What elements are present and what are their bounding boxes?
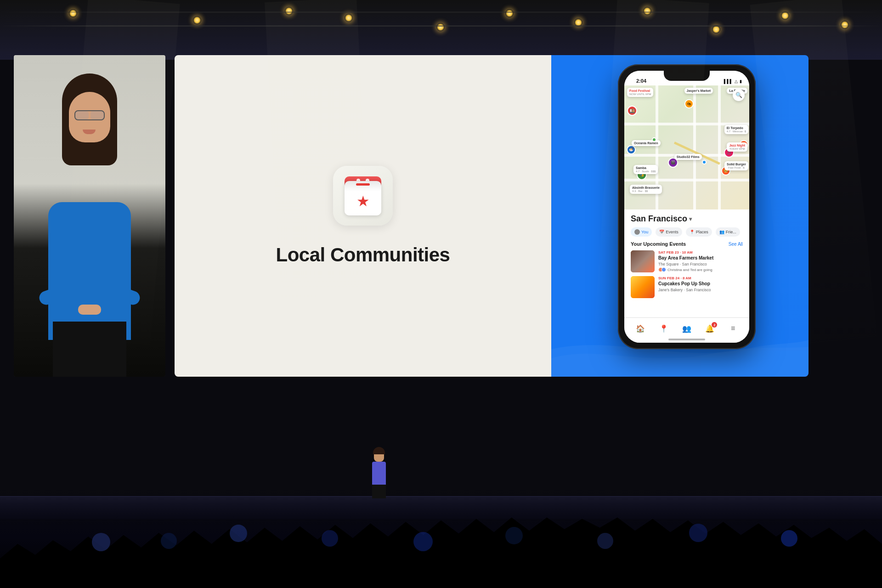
audience-area	[0, 487, 882, 588]
map-pin-el-torpedo: El Torpedo4.7 · Mexican ·$	[724, 125, 748, 134]
screen-title: Local Communities	[276, 244, 450, 266]
phone-map: Food FestivalNOW UNTIL 9PM 🍱 Jasper's Ma…	[624, 85, 749, 209]
speaker-mouth	[83, 130, 96, 134]
event-friends-farmers-market: Christina and Ted are going	[658, 267, 743, 272]
speaker-legs-small	[372, 485, 386, 498]
samba-label: Samba4.7 · Sushi · $$$	[633, 165, 658, 174]
tab-places[interactable]: 📍 Places	[686, 227, 712, 237]
spot-light	[345, 14, 353, 22]
friends-avatars	[658, 267, 666, 272]
calendar-star-icon: ★	[356, 192, 370, 210]
tab-places-label: Places	[696, 230, 708, 234]
audience-head	[230, 525, 247, 542]
tab-you-label: You	[641, 230, 648, 234]
tab-friends[interactable]: 👥 Frie...	[716, 227, 740, 237]
glasses-lens-right	[90, 111, 104, 119]
event-info-cupcakes: SUN FEB 24 · 8 AM Cupcakes Pop Up Shop J…	[658, 276, 743, 293]
places-tab-icon: 📍	[690, 230, 695, 234]
map-background: Food FestivalNOW UNTIL 9PM 🍱 Jasper's Ma…	[624, 85, 749, 209]
audience-head	[689, 524, 707, 542]
bottom-nav-local[interactable]: 📍	[658, 323, 669, 334]
phone-time: 2:04	[632, 78, 646, 84]
bottom-nav-menu[interactable]: ≡	[728, 323, 739, 334]
event-card-farmers-market[interactable]: SAT FEB 23 · 10 AM Bay Area Farmers Mark…	[631, 250, 743, 272]
speaker-body-small	[372, 450, 386, 498]
map-pin-jaspers-market: Jasper's Market	[684, 88, 713, 94]
event-image-cupcakes	[631, 276, 655, 298]
bottom-nav-groups[interactable]: 👥	[681, 323, 692, 334]
phone-notch	[664, 71, 710, 81]
oceania-pin-circle: 🍜	[627, 145, 636, 154]
signal-icon: ▌▌▌	[724, 79, 733, 84]
notification-badge: 2	[712, 322, 717, 328]
spot-light	[69, 9, 77, 17]
event-image-farmers-market	[631, 250, 655, 272]
map-road	[718, 85, 721, 209]
upcoming-events-header: Your Upcoming Events See All	[631, 241, 743, 247]
food-festival-icon: 🍱	[627, 106, 637, 116]
audience-head	[322, 530, 338, 547]
event-info-farmers-market: SAT FEB 23 · 10 AM Bay Area Farmers Mark…	[658, 250, 743, 272]
side-screen-background	[14, 55, 165, 377]
event-name-farmers-market: Bay Area Farmers Market	[658, 255, 743, 261]
main-presentation-screen: ★ Local Communities 2:04	[175, 55, 808, 377]
speaker-glasses	[74, 110, 105, 120]
bottom-nav-notifications[interactable]: 🔔 2	[704, 323, 715, 334]
phone-mockup: 2:04 ▌▌▌ △ ▮	[618, 64, 756, 349]
phone-home-indicator	[668, 339, 705, 340]
city-title: San Francisco ▾	[631, 214, 743, 224]
jaspers-pin: 🛍	[684, 99, 694, 108]
jaspers-pin-circle: 🛍	[684, 99, 694, 108]
podium-speaker	[372, 450, 386, 498]
audience-head	[505, 527, 523, 544]
calendar-dash	[356, 183, 370, 186]
speaker-arm-right	[115, 286, 141, 306]
app-icon-inner: ★	[345, 176, 381, 215]
food-festival-pin-circle: 🍱	[627, 106, 637, 116]
audience-head	[92, 533, 110, 551]
spot-light	[841, 21, 849, 29]
studio32-label: Studio32 Films	[674, 154, 702, 160]
phone-tab-bar: You 📅 Events 📍 Places 👥	[631, 227, 743, 237]
speaker-head-small	[374, 450, 384, 462]
stage: ★ Local Communities 2:04	[0, 0, 882, 588]
audience-head	[781, 530, 797, 547]
audience-head	[161, 533, 177, 549]
screen-left-panel: ★ Local Communities	[175, 55, 551, 377]
cupcakes-image-bg	[631, 276, 655, 298]
event-name-cupcakes: Cupcakes Pop Up Shop	[658, 281, 743, 287]
tab-events[interactable]: 📅 Events	[656, 227, 682, 237]
jazz-night-label: Jazz NightTODAY 8PM	[727, 142, 747, 152]
phone-screen: 2:04 ▌▌▌ △ ▮	[624, 71, 749, 343]
see-all-button[interactable]: See All	[729, 242, 743, 247]
light-rig-bar	[0, 11, 882, 13]
app-icon: ★	[333, 166, 393, 226]
events-tab-icon: 📅	[659, 230, 664, 234]
bottom-nav-home[interactable]: 🏠	[635, 323, 646, 334]
calendar-body: ★	[345, 181, 381, 215]
map-search-icon[interactable]: 🔍	[733, 89, 745, 101]
spot-light	[436, 23, 445, 31]
side-screen	[14, 55, 165, 377]
phone-status-icons: ▌▌▌ △ ▮	[724, 79, 742, 84]
phone-content-area: San Francisco ▾ You 📅 Events	[624, 209, 749, 306]
upcoming-events-title: Your Upcoming Events	[631, 241, 686, 247]
speaker-pants	[53, 322, 126, 377]
event-card-cupcakes[interactable]: SUN FEB 24 · 8 AM Cupcakes Pop Up Shop J…	[631, 276, 743, 298]
speaker-body	[48, 202, 131, 340]
speaker-face	[69, 92, 110, 142]
screen-right-panel: 2:04 ▌▌▌ △ ▮	[551, 55, 808, 377]
friends-tab-icon: 👥	[719, 230, 724, 234]
tab-you[interactable]: You	[631, 227, 652, 237]
audience-silhouette	[0, 514, 882, 588]
speaker-torso-small	[372, 462, 386, 485]
spot-light	[643, 7, 651, 15]
map-road-diagonal	[674, 141, 720, 165]
map-pin-food-festival: Food FestivalNOW UNTIL 9PM	[627, 88, 653, 97]
spot-light	[505, 9, 514, 17]
tab-events-label: Events	[666, 230, 678, 234]
audience-head	[413, 532, 433, 551]
friends-going-text: Christina and Ted are going	[667, 268, 712, 272]
tab-friends-label: Frie...	[726, 230, 736, 234]
friend-avatar-2	[662, 267, 666, 272]
